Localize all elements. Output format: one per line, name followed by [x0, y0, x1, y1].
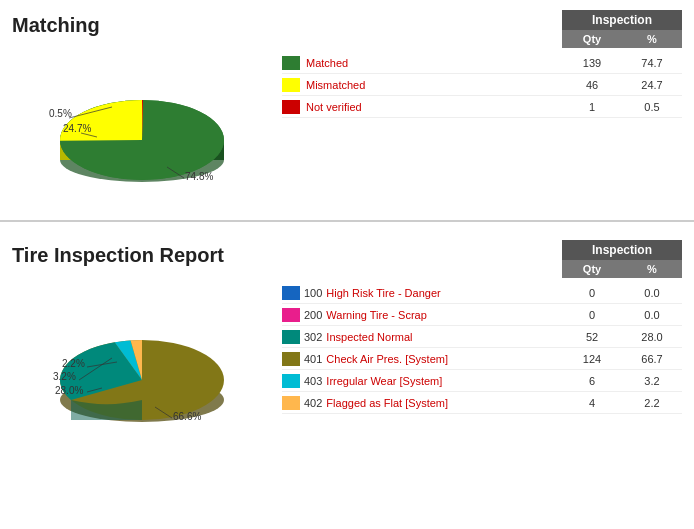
tire-code-3: 401: [304, 353, 322, 365]
svg-text:74.8%: 74.8%: [185, 171, 213, 182]
tire-pct-1: 0.0: [622, 309, 682, 321]
tire-color-1: [282, 308, 300, 322]
tire-qty-0: 0: [562, 287, 622, 299]
matching-chart: 24.7% 0.5% 74.8%: [12, 52, 272, 212]
tire-code-5: 402: [304, 397, 322, 409]
matching-header-group: Inspection Qty %: [562, 10, 682, 48]
tire-label-3: Check Air Pres. [System]: [326, 353, 448, 365]
table-row: 403 Irregular Wear [System] 6 3.2: [282, 370, 682, 392]
tire-label-1: Warning Tire - Scrap: [326, 309, 426, 321]
tire-code-0: 100: [304, 287, 322, 299]
matching-inspection-header: Inspection: [562, 10, 682, 30]
svg-text:28.0%: 28.0%: [55, 385, 83, 396]
tire-pct-5: 2.2: [622, 397, 682, 409]
matching-data-rows: Matched 139 74.7 Mismatched 46 24.7 Not …: [282, 52, 682, 118]
tire-legend: 100 High Risk Tire - Danger 0 0.0 200 Wa…: [282, 282, 682, 414]
tire-pct-2: 28.0: [622, 331, 682, 343]
tire-pct-4: 3.2: [622, 375, 682, 387]
table-row: 402 Flagged as Flat [System] 4 2.2: [282, 392, 682, 414]
table-row: Matched 139 74.7: [282, 52, 682, 74]
tire-section: Tire Inspection Report Inspection Qty %: [0, 230, 694, 462]
svg-text:66.6%: 66.6%: [173, 411, 201, 422]
pct-val-0: 74.7: [622, 57, 682, 69]
tire-data-rows: 100 High Risk Tire - Danger 0 0.0 200 Wa…: [282, 282, 682, 414]
tire-qty-5: 4: [562, 397, 622, 409]
tire-chart: 2.2% 3.2% 28.0% 66.6%: [12, 282, 272, 452]
qty-val-0: 139: [562, 57, 622, 69]
pct-val-1: 24.7: [622, 79, 682, 91]
tire-inspection-header: Inspection: [562, 240, 682, 260]
tire-color-2: [282, 330, 300, 344]
table-row: 401 Check Air Pres. [System] 124 66.7: [282, 348, 682, 370]
matching-col-pct: %: [622, 30, 682, 48]
legend-color-0: [282, 56, 300, 70]
qty-val-1: 46: [562, 79, 622, 91]
tire-label-2: Inspected Normal: [326, 331, 412, 343]
tire-label-0: High Risk Tire - Danger: [326, 287, 440, 299]
tire-color-5: [282, 396, 300, 410]
svg-text:3.2%: 3.2%: [53, 371, 76, 382]
svg-text:2.2%: 2.2%: [62, 358, 85, 369]
tire-qty-1: 0: [562, 309, 622, 321]
tire-color-4: [282, 374, 300, 388]
tire-header-group: Inspection Qty %: [562, 240, 682, 278]
tire-qty-2: 52: [562, 331, 622, 343]
matching-section: Matching Inspection Qty %: [0, 0, 694, 222]
svg-text:0.5%: 0.5%: [49, 108, 72, 119]
tire-pct-3: 66.7: [622, 353, 682, 365]
matching-legend: Matched 139 74.7 Mismatched 46 24.7 Not …: [282, 52, 682, 118]
legend-label-2: Not verified: [306, 101, 554, 113]
matching-col-qty: Qty: [562, 30, 622, 48]
tire-label-4: Irregular Wear [System]: [326, 375, 442, 387]
table-row: Not verified 1 0.5: [282, 96, 682, 118]
tire-qty-4: 6: [562, 375, 622, 387]
tire-col-pct: %: [622, 260, 682, 278]
tire-col-qty: Qty: [562, 260, 622, 278]
legend-label-1: Mismatched: [306, 79, 554, 91]
legend-label-0: Matched: [306, 57, 554, 69]
tire-color-0: [282, 286, 300, 300]
tire-color-3: [282, 352, 300, 366]
tire-code-4: 403: [304, 375, 322, 387]
tire-content: 2.2% 3.2% 28.0% 66.6% 100 High Risk Tire…: [12, 282, 682, 452]
table-row: Mismatched 46 24.7: [282, 74, 682, 96]
tire-pct-0: 0.0: [622, 287, 682, 299]
table-row: 100 High Risk Tire - Danger 0 0.0: [282, 282, 682, 304]
table-row: 200 Warning Tire - Scrap 0 0.0: [282, 304, 682, 326]
matching-title: Matching: [12, 10, 100, 37]
table-row: 302 Inspected Normal 52 28.0: [282, 326, 682, 348]
matching-content: 24.7% 0.5% 74.8% Matched 139 74.7 Mismat…: [12, 52, 682, 212]
pct-val-2: 0.5: [622, 101, 682, 113]
qty-val-2: 1: [562, 101, 622, 113]
tire-title: Tire Inspection Report: [12, 240, 224, 267]
tire-label-5: Flagged as Flat [System]: [326, 397, 448, 409]
tire-qty-3: 124: [562, 353, 622, 365]
tire-code-2: 302: [304, 331, 322, 343]
tire-code-1: 200: [304, 309, 322, 321]
svg-text:24.7%: 24.7%: [63, 123, 91, 134]
legend-color-2: [282, 100, 300, 114]
legend-color-1: [282, 78, 300, 92]
